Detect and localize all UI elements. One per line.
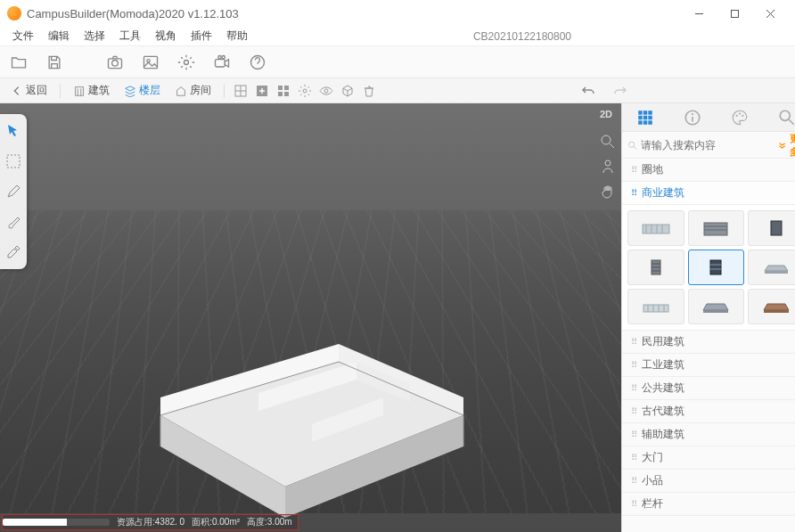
help-button[interactable] [248, 53, 267, 72]
search-input[interactable] [641, 139, 775, 151]
cat-enclosure[interactable]: ⠿圈地 [622, 159, 795, 182]
eyedropper-tool[interactable] [5, 244, 21, 260]
svg-point-51 [692, 113, 693, 115]
menu-edit[interactable]: 编辑 [43, 27, 75, 45]
mode-room[interactable]: 房间 [171, 81, 215, 100]
svg-rect-41 [639, 110, 643, 114]
floors-icon [124, 85, 136, 97]
brush-tool[interactable] [5, 214, 21, 230]
svg-point-55 [742, 114, 743, 116]
document-name: CB20210122180800 [257, 30, 788, 43]
hand-tool[interactable] [600, 184, 616, 200]
asset-thumb-5[interactable] [688, 250, 745, 285]
cat-smallitems[interactable]: ⠿小品 [622, 470, 795, 493]
svg-rect-22 [278, 86, 283, 90]
cube-button[interactable] [340, 84, 355, 98]
asset-thumb-6[interactable] [748, 250, 795, 285]
open-button[interactable] [9, 53, 29, 72]
svg-rect-68 [771, 221, 782, 235]
tab-search[interactable] [778, 109, 795, 127]
save-button[interactable] [45, 53, 64, 72]
window-title: CampusBuilder(Momoda)2020 v1.12.103 [27, 7, 239, 20]
cat-gates[interactable]: ⠿大门 [622, 446, 795, 470]
more-link[interactable]: 更多 [790, 132, 795, 159]
3d-viewport[interactable]: 2D 资源占用:4382. 0 面积:0.00m² 高度:3.00m [0, 103, 621, 532]
tab-info[interactable] [684, 109, 701, 127]
svg-rect-44 [639, 115, 643, 119]
svg-rect-1 [731, 10, 738, 17]
menu-plugin[interactable]: 插件 [185, 27, 217, 45]
zoom-tool[interactable] [600, 134, 616, 150]
svg-line-39 [610, 143, 614, 148]
asset-thumb-2[interactable] [688, 210, 745, 246]
tab-palette[interactable] [731, 109, 749, 127]
back-arrow-icon [11, 85, 23, 97]
status-height: 高度:3.00m [247, 516, 292, 528]
settings-button[interactable] [176, 53, 196, 72]
cat-railings[interactable]: ⠿栏杆 [622, 493, 795, 516]
asset-thumb-7[interactable] [627, 289, 684, 324]
svg-marker-77 [765, 271, 788, 274]
menu-select[interactable]: 选择 [78, 27, 111, 45]
cat-residential[interactable]: ⠿民用建筑 [622, 331, 795, 354]
grip-icon: ⠿ [631, 188, 636, 198]
menu-view[interactable]: 视角 [150, 27, 182, 45]
delete-button[interactable] [362, 84, 376, 98]
svg-marker-76 [765, 266, 788, 271]
image-button[interactable] [141, 53, 160, 72]
asset-thumb-1[interactable] [627, 210, 684, 246]
svg-rect-23 [284, 86, 289, 90]
cat-public[interactable]: ⠿公共建筑 [622, 377, 795, 400]
asset-thumb-9[interactable] [748, 289, 795, 324]
grip-icon: ⠿ [631, 430, 636, 439]
status-memory: 资源占用:4382. 0 [117, 516, 184, 528]
menu-tools[interactable]: 工具 [114, 27, 146, 45]
building-model[interactable] [107, 308, 481, 522]
main-area: 2D 资源占用:4382. 0 面积:0.00m² 高度:3.00m [0, 103, 795, 532]
svg-point-10 [218, 55, 221, 58]
sub-toolbar: 返回 建筑 楼层 房间 [0, 78, 795, 103]
pen-tool[interactable] [5, 184, 21, 200]
grid-toggle[interactable] [234, 84, 248, 98]
svg-point-26 [303, 89, 307, 93]
menu-file[interactable]: 文件 [7, 27, 39, 45]
svg-rect-6 [144, 56, 158, 68]
building-icon [73, 85, 86, 97]
select-rect-tool[interactable] [5, 153, 21, 169]
maximize-button[interactable] [717, 0, 752, 27]
camera-button[interactable] [105, 53, 125, 72]
room-icon [175, 85, 187, 97]
svg-rect-46 [649, 115, 652, 119]
record-button[interactable] [212, 53, 232, 72]
grip-icon: ⠿ [631, 165, 636, 175]
cat-commercial[interactable]: ⠿商业建筑 [622, 182, 795, 205]
eye-button[interactable] [319, 84, 333, 98]
gear-mini[interactable] [298, 84, 312, 98]
svg-rect-45 [643, 115, 647, 119]
pointer-tool[interactable] [5, 123, 21, 139]
viewport-right-tools: 2D [600, 109, 616, 200]
mode-floor[interactable]: 楼层 [120, 81, 164, 100]
asset-thumb-4[interactable] [627, 250, 684, 285]
person-view[interactable] [600, 159, 616, 175]
redo-button[interactable] [613, 84, 627, 98]
minimize-button[interactable] [681, 0, 717, 27]
cat-industrial[interactable]: ⠿工业建筑 [622, 354, 795, 377]
close-button[interactable] [752, 0, 788, 27]
back-button[interactable]: 返回 [7, 81, 51, 100]
svg-point-40 [605, 160, 611, 166]
asset-thumb-3[interactable] [748, 210, 795, 246]
asset-thumb-8[interactable] [688, 289, 745, 324]
right-panel: 更多 ⠿圈地 ⠿商业建筑 ⠿民用建筑 ⠿工业建筑 ⠿公共建筑 ⠿古代建筑 ⠿辅助… [621, 103, 795, 532]
cat-auxiliary[interactable]: ⠿辅助建筑 [622, 423, 795, 446]
menu-help[interactable]: 帮助 [221, 27, 253, 45]
more-icon [778, 140, 786, 151]
2d-toggle[interactable]: 2D [600, 109, 616, 125]
tab-library[interactable] [636, 109, 654, 127]
undo-button[interactable] [581, 84, 595, 98]
svg-rect-65 [704, 223, 727, 235]
apps-button[interactable] [276, 84, 291, 98]
cat-ancient[interactable]: ⠿古代建筑 [622, 400, 795, 423]
add-button[interactable] [255, 84, 269, 98]
mode-building[interactable]: 建筑 [70, 81, 113, 100]
